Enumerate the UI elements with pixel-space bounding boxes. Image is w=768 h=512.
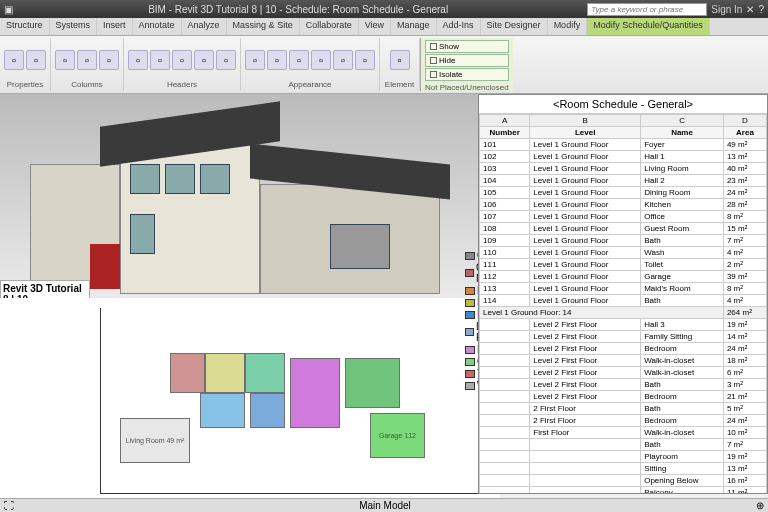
- table-row[interactable]: 111Level 1 Ground FloorToilet2 m²: [480, 259, 767, 271]
- group-button[interactable]: ▫: [194, 50, 214, 70]
- col-header[interactable]: Number: [480, 127, 530, 139]
- table-row[interactable]: 2 First FloorBedroom24 m²: [480, 415, 767, 427]
- schedule-title: <Room Schedule - General>: [479, 95, 767, 114]
- tab-modify[interactable]: Modify: [548, 18, 588, 35]
- table-row[interactable]: 103Level 1 Ground FloorLiving Room40 m²: [480, 163, 767, 175]
- tab-manage[interactable]: Manage: [391, 18, 437, 35]
- show-button[interactable]: Show: [425, 40, 509, 53]
- table-row[interactable]: First FloorWalk-in-closet10 m²: [480, 427, 767, 439]
- col-letter: C: [641, 115, 724, 127]
- highlight-in-model-button[interactable]: ▫: [390, 50, 410, 70]
- ribbon-group-properties: ▫▫Properties: [0, 38, 51, 91]
- info-icon[interactable]: ?: [758, 4, 764, 15]
- tab-systems[interactable]: Systems: [50, 18, 98, 35]
- floorplan-room[interactable]: Garage 112: [370, 413, 425, 458]
- table-row[interactable]: Opening Below16 m²: [480, 475, 767, 487]
- font-button[interactable]: ▫: [311, 50, 331, 70]
- col-header[interactable]: Level: [530, 127, 641, 139]
- ribbon-tabs: StructureSystemsInsertAnnotateAnalyzeMas…: [0, 18, 768, 36]
- table-row[interactable]: 110Level 1 Ground FloorWash4 m²: [480, 247, 767, 259]
- table-row[interactable]: 101Level 1 Ground FloorFoyer49 m²: [480, 139, 767, 151]
- floorplan-view[interactable]: Living Room 49 m²Garage 112: [0, 298, 500, 498]
- tab-insert[interactable]: Insert: [97, 18, 133, 35]
- table-row[interactable]: 113Level 1 Ground FloorMaid's Room8 m²: [480, 283, 767, 295]
- table-row[interactable]: 108Level 1 Ground FloorGuest Room15 m²: [480, 223, 767, 235]
- merge-button[interactable]: ▫: [128, 50, 148, 70]
- hide-button[interactable]: Hide: [425, 54, 509, 67]
- col-header[interactable]: Name: [641, 127, 724, 139]
- floorplan-room[interactable]: [345, 358, 400, 408]
- isolate-button[interactable]: Isolate: [425, 68, 509, 81]
- login-link[interactable]: Sign In: [711, 4, 742, 15]
- align-horizontal-button[interactable]: ▫: [333, 50, 353, 70]
- zoom-icon[interactable]: ⊕: [756, 500, 764, 511]
- group-label: Properties: [7, 80, 43, 89]
- table-row[interactable]: 104Level 1 Ground FloorHall 223 m²: [480, 175, 767, 187]
- floorplan-room[interactable]: [170, 353, 205, 393]
- titlebar: ▣ BIM - Revit 3D Tutorial 8 | 10 - Sched…: [0, 0, 768, 18]
- align-vertical-button[interactable]: ▫: [355, 50, 375, 70]
- tab-analyze[interactable]: Analyze: [182, 18, 227, 35]
- table-row[interactable]: 109Level 1 Ground FloorBath7 m²: [480, 235, 767, 247]
- table-row[interactable]: 112Level 1 Ground FloorGarage39 m²: [480, 271, 767, 283]
- group-label: Columns: [71, 80, 103, 89]
- calculated-button[interactable]: ▫: [26, 50, 46, 70]
- clear-button[interactable]: ▫: [172, 50, 192, 70]
- tab-modify-schedule-quantities[interactable]: Modify Schedule/Quantities: [587, 18, 710, 35]
- floorplan-room[interactable]: [250, 393, 285, 428]
- tab-structure[interactable]: Structure: [0, 18, 50, 35]
- col-header[interactable]: Area: [723, 127, 766, 139]
- floorplan-room[interactable]: [205, 353, 245, 393]
- table-row[interactable]: 106Level 1 Ground FloorKitchen28 m²: [480, 199, 767, 211]
- app-icon: ▣: [4, 4, 13, 15]
- table-row[interactable]: Sitting13 m²: [480, 463, 767, 475]
- table-row[interactable]: 107Level 1 Ground FloorOffice8 m²: [480, 211, 767, 223]
- group-label: Element: [385, 80, 414, 89]
- table-row[interactable]: Level 2 First FloorWalk-in-closet18 m²: [480, 355, 767, 367]
- tab-annotate[interactable]: Annotate: [133, 18, 182, 35]
- table-row[interactable]: Bath7 m²: [480, 439, 767, 451]
- reset-button[interactable]: ▫: [289, 50, 309, 70]
- format-unit-button[interactable]: ▫: [4, 50, 24, 70]
- group-label: Headers: [167, 80, 197, 89]
- table-row[interactable]: 2 First FloorBath5 m²: [480, 403, 767, 415]
- tab-view[interactable]: View: [359, 18, 391, 35]
- table-row[interactable]: Level 2 First FloorWalk-in-closet6 m²: [480, 367, 767, 379]
- ribbon: ▫▫Properties▫▫▫Columns▫▫▫▫▫Headers▫▫▫▫▫▫…: [0, 36, 768, 94]
- schedule-panel[interactable]: <Room Schedule - General> ABCDNumberLeve…: [478, 94, 768, 494]
- help-icon[interactable]: ✕: [746, 4, 754, 15]
- scale-icon[interactable]: ⛶: [4, 500, 14, 511]
- ungroup-button[interactable]: ▫: [216, 50, 236, 70]
- tab-collaborate[interactable]: Collaborate: [300, 18, 359, 35]
- insert-button[interactable]: ▫: [55, 50, 75, 70]
- delete-button[interactable]: ▫: [77, 50, 97, 70]
- tab-site-designer[interactable]: Site Designer: [481, 18, 548, 35]
- resize-button[interactable]: ▫: [99, 50, 119, 70]
- floorplan-room[interactable]: [290, 358, 340, 428]
- statusbar: ⛶ Main Model ⊕: [0, 498, 768, 512]
- table-row[interactable]: 102Level 1 Ground FloorHall 113 m²: [480, 151, 767, 163]
- filter-label: Not Placed/Unenclosed: [425, 83, 509, 92]
- search-input[interactable]: [587, 3, 707, 16]
- borders-button[interactable]: ▫: [267, 50, 287, 70]
- floorplan-room[interactable]: [245, 353, 285, 393]
- col-letter: B: [530, 115, 641, 127]
- table-row[interactable]: 105Level 1 Ground FloorDining Room24 m²: [480, 187, 767, 199]
- insert-button[interactable]: ▫: [150, 50, 170, 70]
- table-row[interactable]: Balcony11 m²: [480, 487, 767, 495]
- table-row[interactable]: Level 2 First FloorBedroom21 m²: [480, 391, 767, 403]
- shading-button[interactable]: ▫: [245, 50, 265, 70]
- floorplan-room[interactable]: Living Room 49 m²: [120, 418, 190, 463]
- table-row[interactable]: Level 2 First FloorBath3 m²: [480, 379, 767, 391]
- tab-add-ins[interactable]: Add-Ins: [437, 18, 481, 35]
- tab-massing-site[interactable]: Massing & Site: [227, 18, 300, 35]
- table-row[interactable]: Level 2 First FloorFamily Sitting14 m²: [480, 331, 767, 343]
- table-row[interactable]: Level 2 First FloorHall 319 m²: [480, 319, 767, 331]
- table-row[interactable]: Playroom19 m²: [480, 451, 767, 463]
- col-letter: D: [723, 115, 766, 127]
- schedule-table[interactable]: ABCDNumberLevelNameArea101Level 1 Ground…: [479, 114, 767, 494]
- table-row[interactable]: 114Level 1 Ground FloorBath4 m²: [480, 295, 767, 307]
- group-total-row: Level 1 Ground Floor: 14264 m²: [480, 307, 767, 319]
- floorplan-room[interactable]: [200, 393, 245, 428]
- table-row[interactable]: Level 2 First FloorBedroom24 m²: [480, 343, 767, 355]
